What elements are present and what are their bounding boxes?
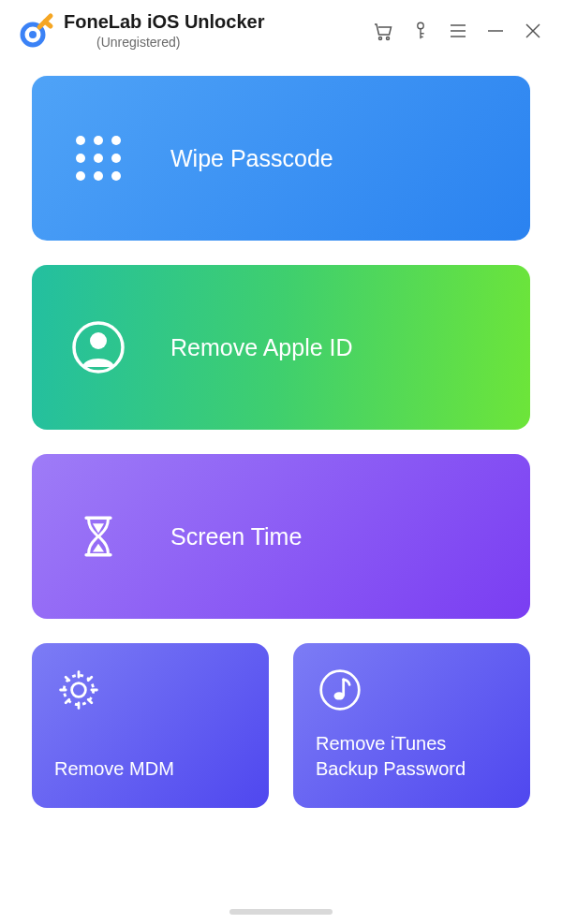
close-button[interactable] [521, 19, 545, 43]
svg-point-17 [94, 136, 103, 145]
window-controls [371, 19, 545, 43]
svg-point-29 [321, 671, 360, 710]
svg-point-19 [76, 154, 85, 163]
screen-time-card[interactable]: Screen Time [32, 454, 530, 619]
remove-apple-id-card[interactable]: Remove Apple ID [32, 265, 530, 430]
svg-point-22 [76, 171, 85, 181]
svg-point-6 [418, 22, 423, 28]
remove-mdm-card[interactable]: Remove MDM [32, 643, 269, 808]
svg-point-5 [387, 37, 390, 39]
gear-icon [54, 666, 103, 714]
music-note-icon [316, 666, 364, 714]
svg-point-30 [334, 692, 345, 699]
title-block: FoneLab iOS Unlocker (Unregistered) [64, 11, 371, 50]
svg-point-18 [111, 136, 121, 145]
wipe-passcode-label: Wipe Passcode [170, 145, 333, 172]
app-logo-icon [17, 12, 54, 50]
remove-itunes-backup-card[interactable]: Remove iTunes Backup Password [293, 643, 530, 808]
small-card-row: Remove MDM Remove iTunes Backup Password [32, 643, 530, 808]
titlebar: FoneLab iOS Unlocker (Unregistered) [0, 0, 562, 59]
remove-mdm-label: Remove MDM [54, 756, 174, 782]
scroll-indicator [229, 909, 333, 915]
svg-line-3 [45, 22, 51, 26]
svg-point-27 [72, 683, 86, 697]
svg-point-16 [76, 136, 85, 145]
app-subtitle: (Unregistered) [96, 35, 371, 50]
svg-point-21 [111, 154, 121, 163]
remove-itunes-label: Remove iTunes Backup Password [316, 731, 466, 782]
passcode-grid-icon [71, 131, 126, 185]
profile-icon [71, 320, 126, 374]
svg-point-26 [90, 332, 107, 349]
app-title: FoneLab iOS Unlocker [64, 11, 371, 33]
wipe-passcode-card[interactable]: Wipe Passcode [32, 76, 530, 241]
remove-apple-id-label: Remove Apple ID [170, 334, 353, 361]
menu-icon[interactable] [446, 19, 470, 43]
cart-icon[interactable] [371, 19, 395, 43]
svg-point-23 [94, 171, 103, 181]
hourglass-icon [71, 509, 126, 564]
svg-point-20 [94, 154, 103, 163]
key-icon[interactable] [408, 19, 433, 43]
svg-point-4 [379, 37, 382, 39]
minimize-button[interactable] [483, 19, 508, 43]
svg-point-24 [111, 171, 121, 181]
main-content: Wipe Passcode Remove Apple ID Screen Tim… [0, 59, 562, 808]
svg-point-1 [29, 31, 37, 38]
screen-time-label: Screen Time [170, 523, 302, 550]
